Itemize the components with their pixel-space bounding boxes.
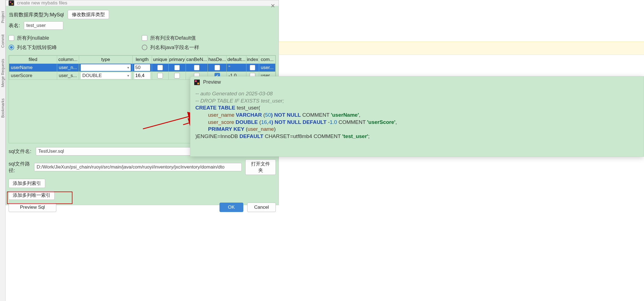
col-underscore-camel-label: 列名下划线转驼峰 — [17, 44, 57, 51]
th-hasdefault[interactable]: hasDe... — [208, 56, 227, 64]
th-length[interactable]: length — [132, 56, 152, 64]
svg-rect-1 — [10, 2, 11, 3]
sql-filepath-input[interactable] — [34, 163, 242, 171]
cell-primary-checkbox[interactable] — [174, 73, 180, 78]
preview-title: Preview — [203, 79, 221, 85]
dialog-title: create new mybatis files — [17, 0, 67, 6]
cell-length-input[interactable] — [134, 64, 150, 71]
chevron-down-icon: ▾ — [127, 66, 129, 70]
cell-column[interactable]: user_s... — [59, 73, 77, 78]
dialog-titlebar: create new mybatis files ✕ — [6, 0, 279, 6]
sql-filename-label: sql文件名: — [9, 148, 36, 155]
cell-index-checkbox[interactable] — [250, 65, 255, 70]
change-db-type-button[interactable]: 修改数据库类型 — [68, 10, 109, 19]
db-type-label: 当前数据库类型为:MySql — [9, 11, 64, 18]
cell-comment[interactable]: user... — [261, 65, 274, 70]
sql-filepath-label: sql文件路径: — [9, 160, 34, 174]
table-header-row: filed column... type length unique prima… — [9, 56, 276, 64]
svg-rect-7 — [197, 83, 199, 84]
cell-hasdefault-checkbox[interactable] — [214, 65, 220, 70]
th-column[interactable]: column... — [57, 56, 79, 64]
open-folder-button[interactable]: 打开文件夹 — [245, 159, 276, 175]
cell-unique-checkbox[interactable] — [157, 65, 163, 70]
ide-tab-merge-requests[interactable]: Merge Requests — [1, 59, 5, 87]
sql-preview-popup: Preview -- auto Generated on 2025-03-08 … — [190, 76, 644, 157]
cell-canbenull-checkbox[interactable] — [194, 65, 199, 70]
table-name-label: 表名: — [9, 22, 20, 29]
app-icon — [194, 80, 200, 85]
ide-tab-commit[interactable]: Commit — [1, 34, 5, 48]
th-filed[interactable]: filed — [9, 56, 57, 64]
th-comment[interactable]: com... — [259, 56, 275, 64]
th-unique[interactable]: unique — [152, 56, 168, 64]
ide-tab-bookmarks[interactable]: Bookmarks — [1, 98, 5, 118]
cell-column[interactable]: user_n... — [59, 65, 77, 70]
ide-left-gutter: Project Commit Merge Requests Bookmarks — [0, 0, 6, 301]
chevron-down-icon: ▾ — [127, 74, 129, 78]
cell-default[interactable]: '' — [228, 65, 230, 70]
ok-button[interactable]: OK — [219, 203, 244, 212]
cell-unique-checkbox[interactable] — [157, 73, 163, 78]
sql-filename-input[interactable] — [36, 147, 191, 155]
cell-filed[interactable]: userScore — [11, 73, 32, 78]
svg-rect-2 — [12, 3, 13, 4]
app-icon — [9, 0, 14, 6]
th-primary[interactable]: primary — [168, 56, 186, 64]
col-underscore-camel-radio[interactable] — [9, 45, 14, 50]
th-index[interactable]: index — [246, 56, 259, 64]
th-type[interactable]: type — [79, 56, 132, 64]
col-same-java-radio[interactable] — [142, 45, 147, 50]
th-default[interactable]: default... — [227, 56, 246, 64]
th-canbenull[interactable]: canBeN... — [186, 56, 208, 64]
sql-preview-content[interactable]: -- auto Generated on 2025-03-08 -- DROP … — [190, 88, 644, 142]
table-name-input[interactable] — [24, 21, 63, 30]
cell-filed[interactable]: userName — [11, 65, 32, 70]
col-same-java-label: 列名和java字段名一样 — [150, 44, 199, 51]
all-no-default-label: 所有列没有Default值 — [150, 35, 196, 41]
svg-rect-6 — [195, 80, 197, 82]
table-row[interactable]: userNameuser_n...VARCHAR▾''user... — [9, 64, 276, 72]
preview-sql-button[interactable]: Preview Sql — [9, 203, 56, 212]
all-nullable-label: 所有列nullable — [17, 35, 49, 41]
cancel-button[interactable]: Cancel — [247, 203, 276, 212]
editor-highlight-strip — [279, 42, 644, 55]
all-no-default-checkbox[interactable] — [142, 35, 147, 41]
add-multi-unique-index-button[interactable]: 添加多列唯一索引 — [9, 191, 55, 200]
all-nullable-checkbox[interactable] — [9, 35, 14, 41]
cell-type-select[interactable]: VARCHAR▾ — [81, 64, 131, 71]
close-icon[interactable]: ✕ — [271, 2, 275, 9]
cell-primary-checkbox[interactable] — [174, 65, 180, 70]
add-multi-index-button[interactable]: 添加多列索引 — [9, 179, 45, 188]
cell-type-select[interactable]: DOUBLE▾ — [81, 72, 131, 79]
ide-tab-project[interactable]: Project — [1, 11, 5, 23]
cell-length-input[interactable] — [134, 72, 150, 79]
